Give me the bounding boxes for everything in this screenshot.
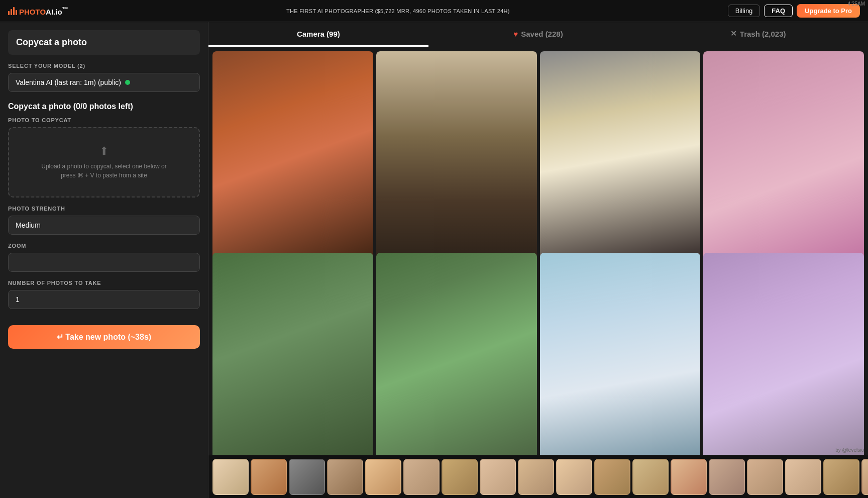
upload-icon: ⬆ — [99, 145, 108, 158]
header-actions: Billing FAQ Upgrade to Pro — [728, 4, 860, 18]
thumbnail-item[interactable] — [365, 459, 401, 495]
tab-trash-label: Trash (2,023) — [740, 30, 786, 38]
num-photos-input[interactable] — [8, 290, 200, 309]
photo-card[interactable]: 10m ago — [376, 51, 537, 265]
photo-card-inner — [212, 51, 373, 265]
tab-camera-label: Camera (99) — [297, 30, 340, 38]
photo-card-inner — [376, 51, 537, 265]
logo-bars-icon — [8, 7, 17, 15]
thumbnail-item[interactable] — [442, 459, 478, 495]
thumbnail-item[interactable] — [212, 459, 249, 495]
thumbnail-item[interactable] — [251, 459, 287, 495]
photo-grid: 10m ago 10m ago 11m ago 11m ago — [208, 47, 868, 455]
photo-card-inner — [703, 253, 864, 455]
thumbnail-item[interactable] — [785, 459, 821, 495]
photo-card[interactable]: 10m ago — [212, 51, 373, 265]
tab-saved-label: Saved (228) — [521, 30, 563, 38]
thumb-inner — [443, 460, 477, 494]
tab-camera[interactable]: Camera (99) — [208, 22, 428, 47]
heart-icon: ♥ — [513, 30, 518, 38]
thumbnail-item[interactable] — [518, 459, 554, 495]
faq-button[interactable]: FAQ — [764, 5, 793, 17]
main-layout: Copycat a photo SELECT YOUR MODEL (2) Va… — [0, 22, 868, 498]
by-credit: by @levelsio — [835, 447, 864, 453]
zoom-input[interactable] — [8, 253, 200, 272]
num-photos-label: NUMBER OF PHOTOS TO TAKE — [8, 280, 200, 286]
thumbnail-item[interactable] — [556, 459, 592, 495]
photo-card[interactable] — [703, 253, 864, 455]
photo-card-inner — [376, 253, 537, 455]
thumb-inner — [824, 460, 858, 494]
thumb-inner — [786, 460, 820, 494]
logo-bar-3 — [13, 7, 15, 15]
take-photo-button[interactable]: ↵ Take new photo (~38s) — [8, 325, 200, 349]
thumb-inner — [633, 460, 668, 494]
photo-card-inner — [540, 51, 701, 265]
thumb-inner — [328, 460, 362, 494]
online-status-dot — [125, 80, 130, 85]
photo-strength-select[interactable]: Medium — [8, 216, 200, 235]
tab-trash[interactable]: ✕ Trash (2,023) — [648, 22, 868, 47]
thumb-inner — [481, 460, 515, 494]
thumbnail-item[interactable] — [861, 459, 868, 495]
photo-card-inner — [212, 253, 373, 455]
photo-card[interactable] — [540, 253, 701, 455]
upload-hint-text: Upload a photo to copycat, select one be… — [41, 162, 167, 180]
thumbnail-item[interactable] — [823, 459, 859, 495]
header-tagline: THE FIRST AI PHOTOGRAPHER ($5,722 MRR, 4… — [286, 8, 510, 14]
logo-bar-2 — [11, 9, 12, 15]
logo: PHOTOAI.io™ — [8, 6, 68, 16]
thumbnail-item[interactable] — [671, 459, 707, 495]
logo-bar-4 — [16, 10, 17, 15]
thumb-inner — [290, 460, 324, 494]
thumb-inner — [366, 460, 400, 494]
thumb-inner — [862, 460, 868, 494]
thumb-inner — [252, 460, 286, 494]
logo-bar-1 — [8, 11, 10, 15]
tab-saved[interactable]: ♥ Saved (228) — [428, 22, 648, 47]
thumbnail-item[interactable] — [632, 459, 669, 495]
thumbnail-item[interactable] — [747, 459, 783, 495]
time-badge: 4:25AM — [845, 0, 868, 8]
photo-strength-label: PHOTO STRENGTH — [8, 206, 200, 212]
thumb-inner — [595, 460, 629, 494]
sidebar: Copycat a photo SELECT YOUR MODEL (2) Va… — [0, 22, 208, 498]
photo-card[interactable] — [212, 253, 373, 455]
billing-button[interactable]: Billing — [728, 5, 761, 17]
thumbnail-item[interactable] — [327, 459, 363, 495]
sidebar-content: Copycat a photo SELECT YOUR MODEL (2) Va… — [0, 22, 208, 325]
x-icon: ✕ — [730, 29, 737, 38]
photo-card-inner — [703, 51, 864, 265]
copycat-title-box: Copycat a photo — [8, 30, 200, 55]
photo-card[interactable]: 11m ago — [703, 51, 864, 265]
photo-strength-group: PHOTO STRENGTH Medium — [8, 206, 200, 235]
photo-card[interactable] — [376, 253, 537, 455]
thumbnail-item[interactable] — [594, 459, 630, 495]
model-selector[interactable]: Valentina AI (last ran: 1m) (public) — [8, 73, 200, 92]
content-area: Camera (99) ♥ Saved (228) ✕ Trash (2,023… — [208, 22, 868, 498]
copycat-title: Copycat a photo — [16, 37, 87, 47]
thumbnail-item[interactable] — [709, 459, 745, 495]
photo-to-copycat-label: PHOTO TO COPYCAT — [8, 117, 200, 123]
thumb-inner — [519, 460, 553, 494]
model-name-text: Valentina AI (last ran: 1m) (public) — [16, 78, 121, 86]
photo-card[interactable]: 11m ago — [540, 51, 701, 265]
zoom-group: ZOOM — [8, 243, 200, 272]
select-model-label: SELECT YOUR MODEL (2) — [8, 63, 200, 69]
thumb-inner — [748, 460, 782, 494]
zoom-label: ZOOM — [8, 243, 200, 249]
top-header: PHOTOAI.io™ THE FIRST AI PHOTOGRAPHER ($… — [0, 0, 868, 22]
copycat-section-title: Copycat a photo (0/0 photos left) — [8, 102, 200, 111]
thumbnail-item[interactable] — [480, 459, 516, 495]
logo-text: PHOTOAI.io™ — [19, 6, 68, 16]
thumb-inner — [213, 460, 248, 494]
photo-upload-area[interactable]: ⬆ Upload a photo to copycat, select one … — [8, 127, 200, 197]
thumbnail-item[interactable] — [289, 459, 325, 495]
take-photo-button-label: ↵ Take new photo (~38s) — [57, 332, 151, 342]
thumbnail-item[interactable] — [403, 459, 440, 495]
thumb-inner — [672, 460, 706, 494]
tabs-bar: Camera (99) ♥ Saved (228) ✕ Trash (2,023… — [208, 22, 868, 47]
thumb-inner — [404, 460, 439, 494]
thumbnails-strip — [208, 455, 868, 498]
thumb-inner — [710, 460, 744, 494]
